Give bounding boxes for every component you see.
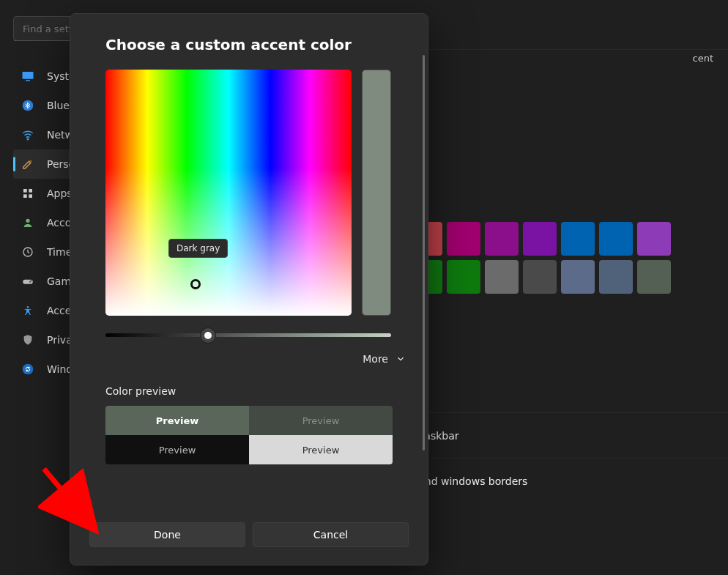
sidebar-item-label: Apps — [47, 188, 73, 199]
svg-rect-7 — [29, 189, 32, 193]
grid-icon — [21, 188, 35, 199]
palette-swatch[interactable] — [447, 222, 480, 256]
svg-point-14 — [31, 280, 32, 281]
person-icon — [21, 217, 35, 229]
bluetooth-icon — [21, 100, 35, 111]
value-slider-thumb[interactable] — [201, 328, 215, 343]
shield-icon — [21, 334, 35, 346]
svg-point-16 — [23, 364, 34, 375]
color-picker-dialog: Choose a custom accent color Dark gray M… — [70, 13, 428, 565]
palette-swatch[interactable] — [485, 222, 519, 256]
accessibility-icon — [21, 305, 35, 316]
svg-rect-2 — [23, 72, 34, 79]
preview-tile-2: Preview — [249, 406, 393, 435]
color-tooltip: Dark gray — [168, 239, 228, 258]
palette-swatch[interactable] — [637, 260, 671, 294]
svg-point-15 — [27, 306, 29, 308]
more-toggle[interactable]: More — [105, 353, 410, 365]
palette-swatch[interactable] — [447, 260, 480, 294]
svg-point-10 — [26, 219, 29, 223]
svg-point-5 — [27, 138, 29, 140]
color-preview: Preview Preview Preview Preview — [105, 406, 393, 464]
gamepad-icon — [21, 275, 35, 288]
color-field[interactable]: Dark gray — [105, 70, 352, 316]
palette-swatch[interactable] — [561, 260, 595, 294]
palette-swatch[interactable] — [599, 222, 633, 256]
color-field-cursor[interactable] — [190, 279, 201, 289]
palette-swatch[interactable] — [561, 222, 595, 256]
refresh-icon — [21, 363, 35, 375]
color-preview-label: Color preview — [105, 385, 410, 397]
wifi-icon — [21, 128, 35, 141]
brush-icon — [21, 157, 35, 171]
palette-swatch[interactable] — [637, 222, 671, 256]
clock-icon — [21, 246, 35, 258]
palette-swatch[interactable] — [485, 260, 519, 294]
done-button[interactable]: Done — [89, 522, 245, 547]
preview-tile-3: Preview — [105, 435, 249, 464]
preview-tile-1: Preview — [105, 406, 249, 435]
palette-swatch[interactable] — [523, 260, 557, 294]
cancel-button[interactable]: Cancel — [253, 522, 409, 547]
svg-rect-8 — [23, 194, 27, 198]
more-label: More — [363, 353, 388, 365]
svg-rect-6 — [23, 189, 27, 193]
svg-point-13 — [29, 281, 31, 283]
value-slider[interactable] — [105, 333, 391, 337]
dialog-title: Choose a custom accent color — [105, 36, 393, 53]
value-strip[interactable] — [362, 70, 391, 316]
svg-rect-3 — [26, 80, 30, 81]
monitor-icon — [21, 70, 35, 83]
palette-swatch[interactable] — [523, 222, 557, 256]
palette-swatch[interactable] — [599, 260, 633, 294]
preview-tile-4: Preview — [249, 435, 393, 464]
chevron-down-icon — [395, 354, 406, 364]
svg-rect-9 — [29, 194, 32, 198]
